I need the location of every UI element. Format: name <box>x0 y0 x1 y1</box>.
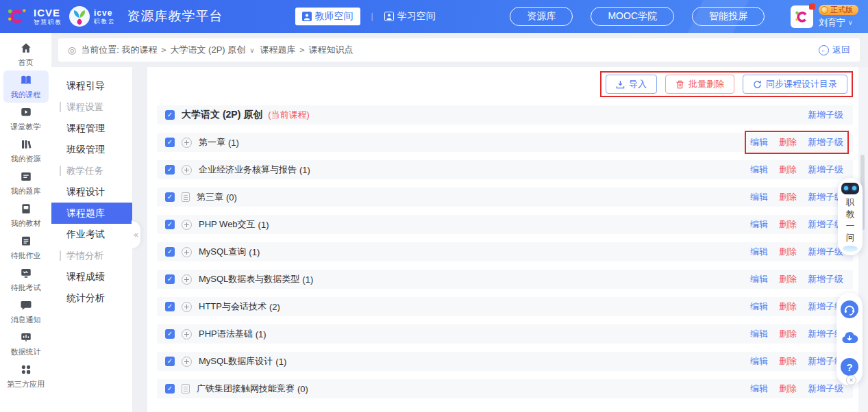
learning-space-link[interactable]: 学习空间 <box>384 10 436 23</box>
checkbox-checked[interactable]: ✓ <box>165 357 175 366</box>
checkbox-checked[interactable]: ✓ <box>165 138 175 147</box>
teach-icon <box>20 106 32 120</box>
cloud-download-icon[interactable] <box>841 329 858 349</box>
edit-link[interactable]: 编辑 <box>750 355 768 368</box>
back-button[interactable]: ← 返回 <box>819 44 850 56</box>
add-child-link[interactable]: 新增子级 <box>808 273 843 285</box>
menu-item[interactable]: 课程设计 <box>51 181 132 203</box>
edit-link[interactable]: 编辑 <box>750 136 768 149</box>
delete-link[interactable]: 删除 <box>779 164 797 176</box>
delete-link[interactable]: 删除 <box>779 328 797 340</box>
avatar[interactable] <box>791 5 813 28</box>
checkbox-checked[interactable]: ✓ <box>165 220 175 229</box>
edit-link[interactable]: 编辑 <box>750 383 768 395</box>
breadcrumb-course-name[interactable]: 大学语文 (2P) 原创 <box>170 44 245 56</box>
sidebar-item-course[interactable]: 我的课程 <box>3 70 49 103</box>
menu-item[interactable]: 课程管理 <box>51 118 132 139</box>
checkbox-checked[interactable]: ✓ <box>165 247 175 257</box>
checkbox-checked[interactable]: ✓ <box>165 110 175 120</box>
edit-link[interactable]: 编辑 <box>750 191 768 203</box>
delete-link[interactable]: 删除 <box>779 246 797 258</box>
header-pill-1[interactable]: MOOC学院 <box>591 7 674 26</box>
sidebar-item-bank[interactable]: 我的题库 <box>3 167 49 199</box>
delete-link[interactable]: 删除 <box>779 136 797 149</box>
delete-link[interactable]: 删除 <box>779 383 797 395</box>
checkbox-checked[interactable]: ✓ <box>165 384 175 394</box>
menu-item[interactable]: 班级管理 <box>51 139 132 160</box>
sidebar-item-resource[interactable]: 我的资源 <box>3 135 49 167</box>
edit-link[interactable]: 编辑 <box>750 164 768 176</box>
expand-plus-icon[interactable] <box>182 274 192 285</box>
tree-row: ✓广铁集团接触网技能竞赛(0)编辑删除新增子级 <box>157 379 853 398</box>
checkbox-checked[interactable]: ✓ <box>165 302 175 311</box>
menu-item[interactable]: 课程题库 <box>51 203 132 224</box>
chapter-count: (1) <box>256 329 266 339</box>
sidebar-item-home[interactable]: 首页 <box>3 38 49 70</box>
sidebar-item-teach[interactable]: 课堂教学 <box>3 103 49 135</box>
expand-plus-icon[interactable] <box>182 165 192 175</box>
sidebar-item-textbook[interactable]: 我的教材 <box>3 199 49 231</box>
cloud-decoration <box>843 246 858 252</box>
delete-link[interactable]: 删除 <box>779 300 797 313</box>
teacher-space-button[interactable]: 教师空间 <box>295 8 360 25</box>
delete-link[interactable]: 删除 <box>779 191 797 203</box>
sidebar-item-label: 消息通知 <box>11 315 41 325</box>
expand-plus-icon[interactable] <box>182 138 192 148</box>
checkbox-checked[interactable]: ✓ <box>165 329 175 339</box>
checkbox-checked[interactable]: ✓ <box>165 165 175 175</box>
delete-link[interactable]: 删除 <box>779 218 797 231</box>
add-child-link[interactable]: 新增子级 <box>808 164 843 176</box>
edit-link[interactable]: 编辑 <box>750 218 768 231</box>
sidebar-item-message[interactable]: 消息通知 <box>3 296 49 328</box>
edit-link[interactable]: 编辑 <box>750 246 768 258</box>
tree-row: ✓HTTP与会话技术(2)编辑删除新增子级 <box>157 297 853 316</box>
chapter-count: (1) <box>299 165 310 175</box>
toolbar-annotation-box: 导入 批量删除 同步课程设计目录 <box>600 71 853 97</box>
menu-item[interactable]: 课程引导 <box>51 75 132 96</box>
edit-link[interactable]: 编辑 <box>750 328 768 340</box>
sidebar-item-homework[interactable]: 待批作业 <box>3 231 49 263</box>
expand-plus-icon[interactable] <box>182 329 192 339</box>
delete-link[interactable]: 删除 <box>779 273 797 285</box>
add-child-link[interactable]: 新增子级 <box>808 383 843 395</box>
add-child-link[interactable]: 新增子级 <box>808 109 843 121</box>
bank-icon <box>20 170 32 184</box>
sidebar-item-apps[interactable]: 第三方应用 <box>3 360 49 392</box>
add-child-link[interactable]: 新增子级 <box>808 136 843 149</box>
batch-delete-button[interactable]: 批量删除 <box>665 75 734 94</box>
user-area[interactable]: 正式版 刘育宁 ∨ <box>791 5 858 29</box>
sidebar-item-exam[interactable]: 待批考试 <box>3 263 49 296</box>
close-floating-toolbar-button[interactable]: × <box>846 375 856 385</box>
home-icon <box>20 42 32 55</box>
floating-toolbar: ? <box>836 293 863 385</box>
customer-service-icon[interactable] <box>841 300 858 320</box>
checkbox-checked[interactable]: ✓ <box>165 192 175 202</box>
menu-item[interactable]: 作业考试 <box>51 224 132 245</box>
icve-smart-edu-logo-text: ICVE 智慧职教 <box>34 8 62 25</box>
delete-link[interactable]: 删除 <box>779 355 797 368</box>
sync-course-design-button[interactable]: 同步课程设计目录 <box>743 75 847 94</box>
header-pill-2[interactable]: 智能投屏 <box>692 7 765 26</box>
chevron-down-icon[interactable]: ∨ <box>249 47 254 54</box>
row-actions: 编辑删除新增子级 <box>750 300 843 313</box>
expand-plus-icon[interactable] <box>182 357 192 367</box>
sidebar-item-label: 首页 <box>18 57 34 68</box>
expand-plus-icon[interactable] <box>182 220 192 230</box>
message-icon <box>20 299 32 313</box>
edit-link[interactable]: 编辑 <box>750 273 768 285</box>
menu-item[interactable]: 统计分析 <box>51 287 132 309</box>
expand-plus-icon[interactable] <box>182 247 192 257</box>
sidebar-item-stats[interactable]: 数据统计 <box>3 328 49 360</box>
header-pill-0[interactable]: 资源库 <box>510 7 573 26</box>
add-child-link[interactable]: 新增子级 <box>808 246 843 258</box>
breadcrumb-question-bank[interactable]: 课程题库 <box>260 44 296 56</box>
expand-plus-icon[interactable] <box>182 302 192 312</box>
menu-item[interactable]: 课程成绩 <box>51 266 132 287</box>
zhijiao-assistant-widget[interactable]: 职教一问 <box>838 178 863 255</box>
import-button[interactable]: 导入 <box>606 75 657 94</box>
main-area: « 课程引导课程设置课程管理班级管理教学任务课程设计课程题库作业考试学情分析课程… <box>51 67 868 412</box>
checkbox-checked[interactable]: ✓ <box>165 274 175 284</box>
edit-link[interactable]: 编辑 <box>750 300 768 313</box>
user-name[interactable]: 刘育宁 ∨ <box>819 16 853 29</box>
breadcrumb-my-courses[interactable]: 我的课程 <box>121 44 157 56</box>
